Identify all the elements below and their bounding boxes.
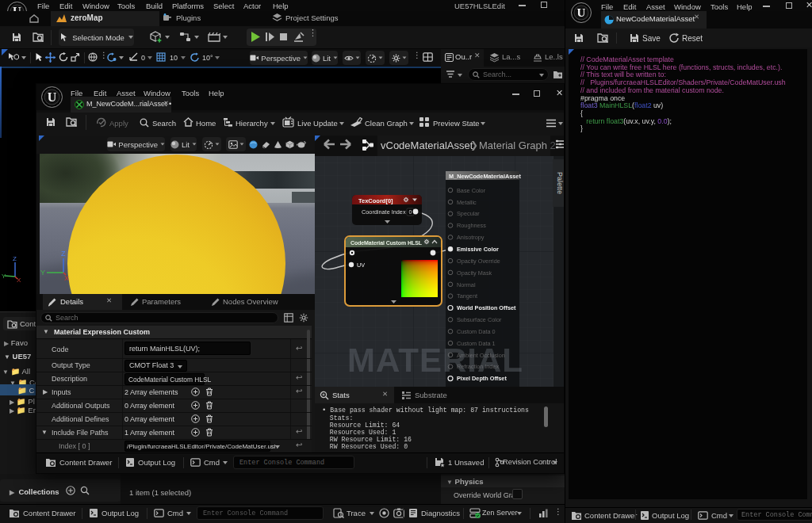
svg-text:Metallic: Metallic [457, 199, 477, 206]
svg-text:Y: Y [2, 273, 6, 280]
svg-text:Opacity Mask: Opacity Mask [457, 269, 492, 277]
svg-text:Y: Y [40, 269, 45, 277]
svg-text:Z: Z [61, 250, 66, 258]
svg-text:UV: UV [357, 262, 365, 269]
svg-text:X: X [17, 277, 21, 282]
svg-text:M_NewCodeMaterialAsset: M_NewCodeMaterialAsset [449, 173, 521, 180]
svg-text:Normal: Normal [457, 281, 476, 288]
svg-text:Anisotropy: Anisotropy [457, 234, 485, 241]
svg-text:Roughness: Roughness [457, 222, 486, 229]
svg-text:Emissive Color: Emissive Color [457, 246, 499, 253]
svg-text:Opacity Override: Opacity Override [457, 258, 500, 265]
svg-text:Custom Data 0: Custom Data 0 [457, 328, 496, 335]
svg-text:Tangent: Tangent [457, 292, 477, 300]
svg-text:Base Color: Base Color [457, 187, 486, 194]
svg-text:Z: Z [13, 255, 17, 262]
svg-text:0: 0 [408, 209, 412, 215]
svg-text:Subsurface Color: Subsurface Color [457, 316, 502, 323]
svg-text:MATERIAL: MATERIAL [347, 342, 523, 379]
svg-text:TexCoord[0]: TexCoord[0] [358, 197, 393, 204]
svg-text:Specular: Specular [457, 210, 480, 217]
svg-text:X: X [64, 274, 69, 281]
svg-text:CodeMaterial Custom HLSL: CodeMaterial Custom HLSL [350, 240, 423, 246]
svg-text:Coordinate Index: Coordinate Index [362, 208, 406, 216]
svg-text:World Position Offset: World Position Offset [457, 304, 516, 311]
